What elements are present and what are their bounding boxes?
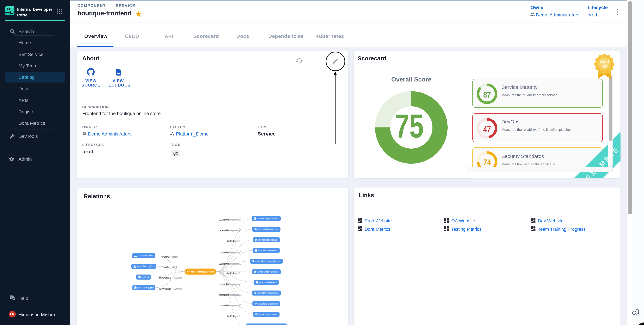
svg-text:Tier: Tier <box>601 64 608 68</box>
svg-text:component:boutique-productcata: component:boutique-productcatalogservice <box>256 260 280 263</box>
svg-text:hasPart / partOf: hasPart / partOf <box>164 266 177 269</box>
svg-text:component:boutique-paymentserv: component:boutique-paymentservice <box>258 228 278 230</box>
svg-text:dependsOn / dependencyOf: dependsOn / dependencyOf <box>219 283 242 286</box>
svg-text:dependsOn / dependencyOf: dependsOn / dependencyOf <box>219 293 242 296</box>
svg-text:dependsOn / dependencyOf: dependsOn / dependencyOf <box>219 251 242 254</box>
svg-text:component:boutique-currencyser: component:boutique-currencyservice <box>257 217 278 220</box>
svg-text:component:boutique-cartservice: component:boutique-cartservice <box>259 313 277 316</box>
svg-text:apiProvidedBy / providesApi: apiProvidedBy / providesApi <box>159 276 182 279</box>
svg-text:component:boutique-emailservic: component:boutique-emailservice <box>258 249 278 252</box>
svg-text:system:Platform_Demo: system:Platform_Demo <box>137 265 154 268</box>
svg-text:?: ? <box>11 296 12 299</box>
svg-text:component:boutique-checkoutser: component:boutique-checkoutservice <box>257 292 278 294</box>
svg-text:Gold: Gold <box>600 60 609 64</box>
svg-text:component:boutique-redisservic: component:boutique-redisservice <box>258 239 278 241</box>
svg-text:api:petstore: api:petstore <box>142 276 150 278</box>
svg-text:ownerOf / ownedBy: ownerOf / ownedBy <box>162 255 178 258</box>
svg-text:api:starwars-graphql: api:starwars-graphql <box>138 287 154 289</box>
svg-text:apiProvidedBy / providesApi: apiProvidedBy / providesApi <box>159 287 182 290</box>
svg-text:component:boutique-frontend: component:boutique-frontend <box>192 270 214 273</box>
svg-text:hasPart / partOf: hasPart / partOf <box>227 272 240 275</box>
svg-text:dependsOn / dependencyOf: dependsOn / dependencyOf <box>219 304 242 307</box>
svg-text:dependsOn / dependencyOf: dependsOn / dependencyOf <box>219 229 242 232</box>
svg-text:hasPart / partOf: hasPart / partOf <box>227 315 240 318</box>
svg-text:component:boutique-adservice: component:boutique-adservice <box>260 281 277 284</box>
svg-text:component:boutique-loadgenerat: component:boutique-loadgenerator <box>258 303 278 305</box>
svg-text:Demo Administrators: Demo Administrators <box>138 254 154 257</box>
svg-text:component:boutique-shippingser: component:boutique-shippingservice <box>257 271 278 273</box>
svg-text:dependsOn / dependencyOf: dependsOn / dependencyOf <box>219 218 242 221</box>
svg-text:hasPart / partOf: hasPart / partOf <box>227 240 240 243</box>
svg-text:dependsOn / dependencyOf: dependsOn / dependencyOf <box>219 262 242 265</box>
